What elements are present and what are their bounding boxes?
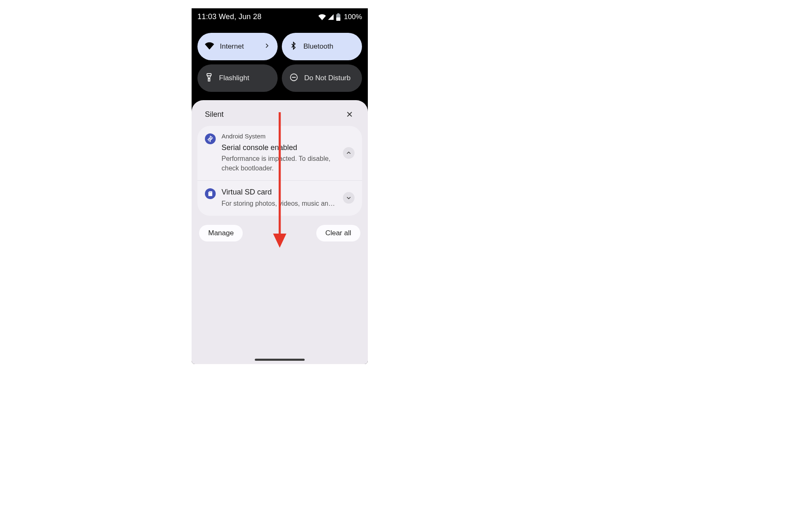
notification-body: For storing photos, videos, music and … — [222, 199, 337, 208]
signal-icon — [328, 14, 334, 20]
notification-app: Android System — [222, 133, 337, 140]
gesture-bar[interactable] — [255, 359, 305, 361]
tile-label: Flashlight — [219, 74, 249, 82]
svg-rect-2 — [336, 17, 340, 21]
sd-card-icon — [205, 188, 216, 199]
silent-section-header: Silent — [197, 100, 362, 126]
tile-internet[interactable]: Internet — [197, 33, 278, 60]
svg-rect-0 — [337, 13, 339, 14]
notification-title: Virtual SD card — [222, 187, 337, 197]
collapse-button[interactable] — [343, 147, 355, 159]
status-time: 11:03 Wed, Jun 28 — [197, 12, 261, 21]
notification-shade: Silent Android System Serial console ena… — [192, 100, 368, 364]
battery-icon — [336, 13, 341, 21]
status-icons: 100% — [318, 13, 362, 21]
section-label: Silent — [205, 110, 224, 119]
chevron-down-icon — [346, 195, 352, 201]
tile-bluetooth[interactable]: Bluetooth — [282, 33, 362, 60]
phone-screen: 11:03 Wed, Jun 28 100% — [192, 8, 368, 364]
notification-title: Serial console enabled — [222, 143, 337, 153]
svg-point-4 — [209, 78, 209, 79]
status-bar: 11:03 Wed, Jun 28 100% — [192, 8, 368, 22]
bluetooth-icon — [289, 42, 298, 52]
flashlight-icon — [205, 72, 213, 84]
clear-all-button[interactable]: Clear all — [316, 225, 360, 241]
notification-item[interactable]: Android System Serial console enabled Pe… — [197, 126, 362, 180]
battery-percent: 100% — [344, 13, 362, 21]
chevron-right-icon — [264, 42, 270, 51]
svg-rect-3 — [207, 74, 211, 76]
quick-settings: Internet Bluetooth Flashlight — [192, 22, 368, 100]
wifi-icon — [318, 13, 326, 21]
chevron-up-icon — [346, 150, 352, 156]
notifications-list: Android System Serial console enabled Pe… — [197, 126, 362, 216]
tile-dnd[interactable]: Do Not Disturb — [282, 64, 362, 92]
notification-actions: Manage Clear all — [197, 225, 362, 241]
tile-flashlight[interactable]: Flashlight — [197, 64, 278, 92]
dismiss-silent-button[interactable] — [345, 109, 355, 119]
tile-label: Internet — [220, 42, 244, 51]
expand-button[interactable] — [343, 192, 355, 204]
tile-label: Do Not Disturb — [304, 74, 350, 82]
notification-item[interactable]: Virtual SD card For storing photos, vide… — [197, 180, 362, 216]
tile-label: Bluetooth — [303, 42, 333, 51]
dnd-icon — [289, 73, 298, 84]
notification-body: Performance is impacted. To disable, che… — [222, 154, 337, 173]
wifi-icon — [205, 41, 214, 52]
gear-icon — [205, 133, 216, 144]
close-icon — [346, 111, 353, 118]
manage-button[interactable]: Manage — [199, 225, 243, 241]
